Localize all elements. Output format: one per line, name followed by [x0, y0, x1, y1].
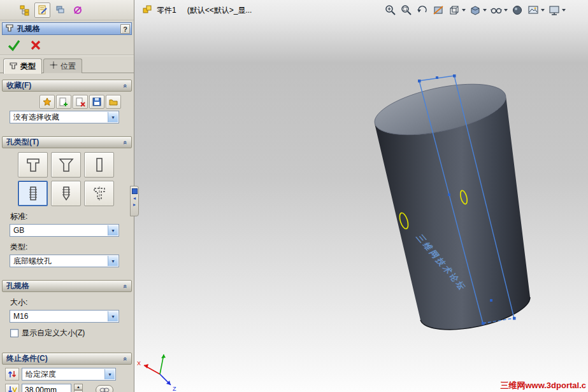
countersink-icon[interactable]: [51, 152, 81, 178]
hole-spec-title: 孔规格: [6, 281, 29, 291]
site-watermark: 三维网www.3dportal.c: [500, 380, 586, 391]
favorite-load-icon[interactable]: [106, 95, 121, 109]
favorite-save-icon[interactable]: [89, 95, 104, 109]
collapse-chevron-icon: «: [122, 356, 129, 360]
show-custom-size-checkbox[interactable]: [10, 329, 18, 337]
favorite-apply-defaults-icon[interactable]: [39, 95, 55, 109]
favorites-title: 收藏(F): [6, 80, 31, 91]
position-tab-icon: [50, 61, 58, 71]
favorite-delete-icon[interactable]: [73, 95, 88, 109]
edit-appearance-icon[interactable]: [510, 3, 524, 17]
tapered-tap-icon[interactable]: [51, 181, 81, 206]
type-label: 类型:: [10, 242, 134, 253]
tab-position-label: 位置: [61, 61, 76, 72]
view-orientation-icon[interactable]: [447, 3, 466, 17]
panel-flyout-handle[interactable]: ◂ ▸: [130, 186, 139, 216]
configurationmanager-icon[interactable]: [52, 3, 68, 18]
flyout-right-arrow-icon: ▸: [133, 202, 136, 207]
section-view-icon[interactable]: [431, 3, 445, 17]
cancel-button[interactable]: [28, 38, 43, 53]
hide-show-items-icon[interactable]: [489, 3, 508, 17]
counterbore-icon[interactable]: [18, 152, 48, 178]
property-manager-panel: 孔规格 ? 类型 位置: [0, 0, 134, 392]
size-dropdown[interactable]: M16 ▼: [10, 310, 119, 323]
ok-button[interactable]: [6, 38, 22, 53]
depth-spinner: ▲ ▼: [74, 384, 83, 392]
document-name: 零件1: [157, 5, 176, 16]
size-value: M16: [13, 312, 28, 321]
display-style-icon[interactable]: [468, 3, 487, 17]
reverse-direction-icon[interactable]: [5, 368, 19, 381]
straight-tap-icon[interactable]: [18, 181, 48, 206]
previous-view-icon[interactable]: [415, 3, 429, 17]
dropdown-arrow-icon: ▼: [108, 256, 118, 266]
property-tab-strip: 类型 位置: [0, 55, 134, 73]
manager-tab-bar: [0, 0, 134, 20]
tab-type-label: 类型: [20, 61, 36, 72]
help-button[interactable]: ?: [120, 24, 130, 34]
flyout-pin-icon: [132, 188, 138, 194]
favorites-toolbar: [39, 95, 134, 109]
dropdown-caret-icon: [504, 9, 508, 11]
property-manager-title-bar: 孔规格 ?: [2, 22, 132, 35]
hole-type-section-header[interactable]: 孔类型(T) «: [2, 136, 132, 148]
end-condition-dropdown[interactable]: 给定深度 ▼: [22, 368, 116, 381]
tab-type[interactable]: 类型: [3, 59, 42, 74]
collapse-chevron-icon: «: [122, 284, 129, 288]
coordinate-triad: X Z: [137, 354, 176, 392]
apply-scene-icon[interactable]: [526, 3, 545, 17]
show-custom-size-label: 显示自定义大小(Z): [22, 328, 85, 339]
end-condition-value: 给定深度: [25, 369, 56, 380]
hole-wizard-icon: [5, 24, 14, 34]
solidworks-window: 孔规格 ? 类型 位置: [0, 0, 588, 392]
favorites-section-header[interactable]: 收藏(F) «: [2, 80, 132, 92]
hole-type-title: 孔类型(T): [6, 137, 39, 148]
panel-title: 孔规格: [17, 24, 40, 34]
favorites-dropdown-value: 没有选择收藏: [13, 112, 59, 123]
hole-spec-section-header[interactable]: 孔规格 «: [2, 280, 132, 292]
standard-dropdown[interactable]: GB ▼: [10, 224, 119, 237]
view-settings-icon[interactable]: [547, 3, 566, 17]
type-tab-icon: [10, 62, 18, 72]
graphics-area[interactable]: 零件1 (默认<<默认>_显...: [134, 0, 588, 392]
dropdown-arrow-icon: ▼: [108, 311, 118, 321]
hole-type-grid: [18, 152, 134, 206]
hole-type-dropdown[interactable]: 底部螺纹孔 ▼: [10, 255, 119, 267]
dropdown-caret-icon: [541, 9, 545, 11]
spin-up-button[interactable]: ▲: [74, 384, 83, 390]
favorite-add-icon[interactable]: [56, 95, 71, 109]
dropdown-arrow-icon: ▼: [104, 369, 115, 379]
configuration-text: (默认<<默认>_显...: [187, 5, 252, 16]
link-value-icon[interactable]: [96, 385, 113, 392]
triad-x-label: X: [137, 360, 141, 367]
tab-position[interactable]: 位置: [43, 59, 82, 73]
3d-model-canvas[interactable]: 三维网技术论坛: [134, 0, 588, 392]
end-condition-section-header[interactable]: 终止条件(C) «: [2, 353, 132, 365]
hole-type-value: 底部螺纹孔: [13, 256, 52, 267]
dropdown-caret-icon: [483, 9, 487, 11]
legacy-hole-icon[interactable]: [84, 181, 114, 206]
heads-up-toolbar: [384, 3, 566, 17]
zoom-in-icon[interactable]: [384, 3, 398, 17]
end-condition-title: 终止条件(C): [6, 353, 48, 364]
favorites-dropdown[interactable]: 没有选择收藏 ▼: [10, 111, 119, 123]
featuremanager-tree-icon[interactable]: [17, 3, 32, 18]
hole-icon[interactable]: [84, 152, 114, 178]
standard-label: 标准:: [10, 211, 134, 222]
flyout-left-arrow-icon: ◂: [133, 196, 136, 200]
dropdown-arrow-icon: ▼: [108, 225, 118, 235]
depth-input[interactable]: [22, 384, 71, 392]
triad-z-label: Z: [173, 386, 176, 392]
document-header: 零件1 (默认<<默认>_显...: [142, 4, 252, 17]
collapse-chevron-icon: «: [122, 140, 129, 144]
confirm-bar: [0, 35, 134, 55]
dropdown-arrow-icon: ▼: [108, 112, 118, 122]
cylinder-model[interactable]: [370, 74, 530, 330]
property-manager-content: 收藏(F) « 没有选: [0, 80, 134, 392]
propertymanager-icon[interactable]: [34, 3, 50, 18]
collapse-chevron-icon: «: [122, 83, 129, 87]
zoom-area-icon[interactable]: [399, 3, 413, 17]
standard-value: GB: [13, 226, 24, 235]
dimxpertmanager-icon[interactable]: [70, 3, 86, 18]
blind-depth-icon: [5, 384, 19, 392]
